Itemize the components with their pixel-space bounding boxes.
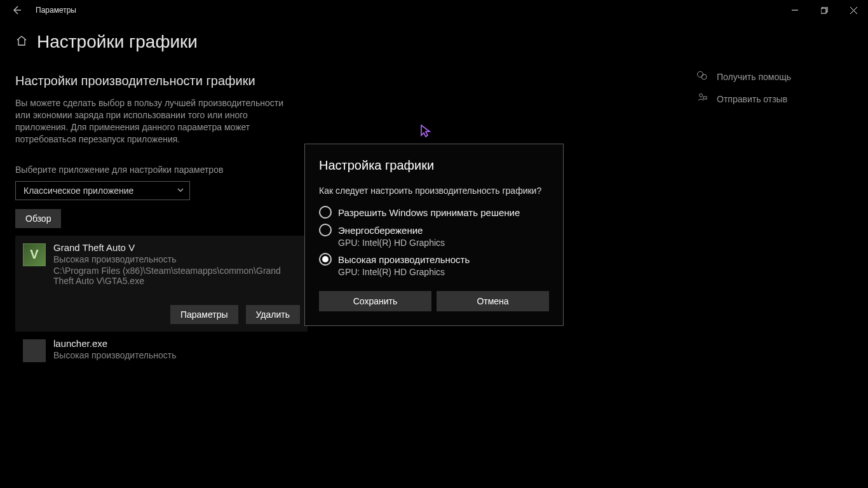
arrow-left-icon (11, 5, 22, 15)
svg-rect-4 (703, 97, 707, 99)
app-name: Grand Theft Auto V (53, 242, 300, 253)
dialog-title: Настройка графики (319, 158, 549, 173)
radio-icon (319, 253, 332, 266)
delete-button[interactable]: Удалить (246, 305, 300, 324)
app-icon: V (23, 243, 46, 266)
cancel-button[interactable]: Отмена (437, 291, 549, 311)
help-link-label: Получить помощь (717, 72, 791, 82)
svg-point-1 (698, 72, 703, 78)
radio-option-power-saving[interactable]: Энергосбережение (319, 224, 549, 236)
svg-rect-0 (821, 8, 826, 13)
graphics-pref-dialog: Настройка графики Как следует настроить … (304, 144, 564, 326)
app-list: V Grand Theft Auto V Высокая производите… (15, 236, 308, 370)
svg-point-3 (700, 94, 703, 97)
app-type-select[interactable]: Классическое приложение (15, 181, 190, 200)
chevron-down-icon (177, 186, 184, 196)
radio-label: Высокая производительность (338, 254, 470, 265)
radio-group: Разрешить Windows принимать решение Энер… (319, 206, 549, 277)
select-value: Классическое приложение (24, 186, 133, 196)
title-bar: Параметры (0, 0, 868, 20)
app-icon (23, 339, 46, 362)
svg-point-2 (702, 74, 707, 79)
radio-option-system[interactable]: Разрешить Windows принимать решение (319, 206, 549, 219)
radio-icon (319, 224, 332, 236)
window-title: Параметры (36, 6, 76, 15)
app-path: C:\Program Files (x86)\Steam\steamapps\c… (53, 266, 300, 286)
app-name: launcher.exe (53, 338, 300, 349)
minimize-icon (792, 7, 798, 13)
close-icon (850, 7, 857, 14)
chat-icon (696, 70, 708, 83)
radio-icon (319, 206, 332, 219)
options-button[interactable]: Параметры (170, 305, 238, 324)
minimize-button[interactable] (780, 0, 810, 20)
radio-sub: GPU: Intel(R) HD Graphics (338, 267, 549, 277)
dialog-question: Как следует настроить производительность… (319, 186, 549, 196)
feedback-link[interactable]: Отправить отзыв (696, 92, 843, 105)
back-button[interactable] (8, 1, 25, 19)
restore-icon (821, 7, 828, 14)
home-icon[interactable] (15, 34, 28, 50)
section-title: Настройки производительности графики (15, 74, 460, 88)
browse-button[interactable]: Обзор (15, 209, 61, 228)
save-button[interactable]: Сохранить (319, 291, 431, 311)
page-heading: Настройки графики (37, 32, 198, 52)
close-button[interactable] (839, 0, 868, 20)
app-item-gta5[interactable]: V Grand Theft Auto V Высокая производите… (15, 236, 308, 332)
radio-label: Энергосбережение (338, 225, 423, 236)
app-pref: Высокая производительность (53, 350, 300, 360)
radio-sub: GPU: Intel(R) HD Graphics (338, 238, 549, 248)
feedback-icon (696, 92, 708, 105)
radio-label: Разрешить Windows принимать решение (338, 207, 520, 218)
radio-option-high-performance[interactable]: Высокая производительность (319, 253, 549, 266)
app-pref: Высокая производительность (53, 254, 300, 264)
app-item-launcher[interactable]: launcher.exe Высокая производительность (15, 332, 308, 370)
help-pane: Получить помощь Отправить отзыв (696, 70, 843, 114)
maximize-button[interactable] (810, 0, 839, 20)
get-help-link[interactable]: Получить помощь (696, 70, 843, 83)
section-description: Вы можете сделать выбор в пользу лучшей … (15, 97, 288, 146)
feedback-link-label: Отправить отзыв (717, 94, 787, 104)
